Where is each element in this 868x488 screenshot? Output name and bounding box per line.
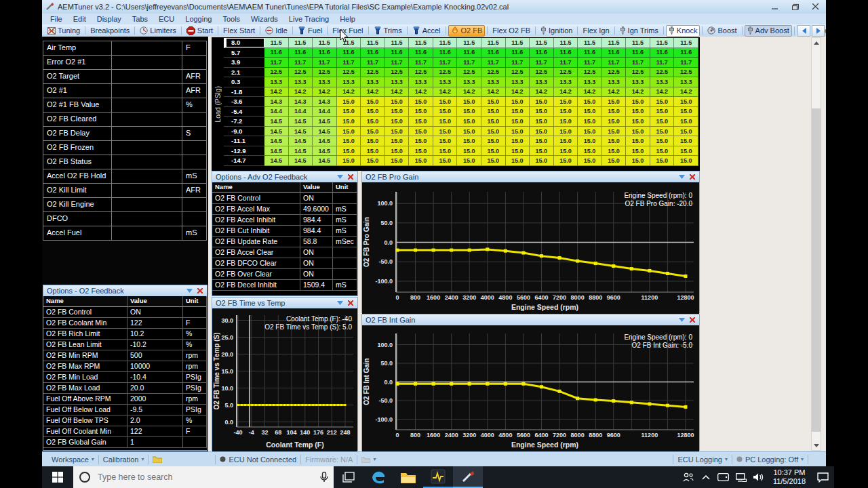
map-cell[interactable]: 11.5 [506, 38, 530, 48]
map-cell[interactable]: 15.0 [578, 156, 602, 166]
map-cell[interactable]: 15.0 [457, 156, 481, 166]
map-cell[interactable]: 12.5 [409, 68, 433, 78]
panel-header[interactable]: O2 FB Int Gain [362, 314, 699, 325]
map-cell[interactable]: 15.0 [409, 146, 433, 157]
map-cell[interactable]: 14.5 [313, 156, 337, 166]
map-row-header[interactable]: 5.7 [224, 48, 264, 58]
map-cell[interactable]: 12.5 [506, 68, 530, 78]
map-cell[interactable]: 13.3 [337, 77, 361, 87]
map-cell[interactable]: 13.3 [385, 77, 410, 87]
chevron-down-icon[interactable] [335, 301, 345, 305]
map-row-header[interactable]: -9.0 [224, 127, 264, 137]
menu-tabs[interactable]: Tabs [127, 15, 153, 23]
tab-ign-trims[interactable]: Ign Trims [617, 25, 661, 37]
map-cell[interactable]: 15.0 [554, 136, 578, 146]
map-cell[interactable]: 15.0 [409, 156, 433, 166]
map-cell[interactable]: 12.5 [602, 68, 627, 78]
option-value[interactable]: 10.2 [127, 329, 183, 340]
ecu-logging-dropdown[interactable]: ECU Logging▾ [677, 455, 727, 464]
map-cell[interactable]: 15.0 [530, 146, 554, 157]
map-cell[interactable]: 14.3 [289, 97, 313, 107]
map-cell[interactable]: 14.5 [313, 127, 337, 137]
map-cell[interactable]: 14.5 [264, 156, 289, 166]
map-cell[interactable]: 15.0 [674, 117, 698, 127]
map-cell[interactable]: 11.7 [409, 58, 433, 68]
map-cell[interactable]: 15.0 [530, 117, 554, 127]
vertical-scrollbar[interactable] [811, 37, 821, 451]
map-cell[interactable]: 15.0 [578, 117, 602, 127]
live-row-name[interactable]: O2 #1 [43, 83, 112, 98]
map-cell[interactable]: 14.2 [506, 87, 530, 98]
map-cell[interactable]: 14.2 [626, 87, 650, 98]
map-cell[interactable]: 15.0 [602, 107, 627, 117]
map-cell[interactable]: 15.0 [626, 127, 650, 137]
map-cell[interactable]: 11.5 [289, 38, 313, 48]
close-icon[interactable] [345, 300, 355, 306]
calibration-file-icon[interactable] [153, 455, 162, 463]
map-cell[interactable]: 15.0 [530, 97, 554, 107]
map-cell[interactable]: 15.0 [409, 127, 433, 137]
people-icon[interactable] [679, 466, 697, 488]
option-value[interactable]: 10000 [127, 361, 183, 372]
map-cell[interactable]: 11.6 [409, 48, 433, 58]
aem-logger-icon[interactable] [423, 466, 453, 488]
map-cell[interactable]: 11.7 [650, 58, 675, 68]
map-cell[interactable]: 11.7 [674, 58, 698, 68]
map-cell[interactable]: 15.0 [433, 97, 458, 107]
tab-boost[interactable]: Boost [705, 25, 739, 37]
map-cell[interactable]: 11.7 [554, 58, 578, 68]
map-cell[interactable]: 15.0 [506, 127, 530, 137]
map-cell[interactable]: 13.3 [264, 77, 289, 87]
map-cell[interactable]: 11.6 [361, 48, 385, 58]
option-value[interactable]: 984.4 [300, 215, 333, 226]
map-cell[interactable]: 12.5 [289, 68, 313, 78]
map-cell[interactable]: 11.5 [650, 38, 675, 48]
column-header-name[interactable]: Name [212, 182, 300, 193]
map-cell[interactable]: 11.5 [674, 38, 698, 48]
map-cell[interactable]: 14.5 [313, 146, 337, 157]
column-header-value[interactable]: Value [300, 182, 333, 193]
map-cell[interactable]: 15.0 [433, 156, 458, 166]
map-cell[interactable]: 15.0 [361, 146, 385, 157]
tab-ignition[interactable]: Ignition [538, 25, 575, 37]
map-cell[interactable]: 11.7 [361, 58, 385, 68]
map-cell[interactable]: 14.2 [433, 87, 458, 98]
task-view-button[interactable] [334, 466, 363, 488]
option-value[interactable]: 500 [127, 350, 183, 361]
microphone-icon[interactable] [320, 472, 328, 483]
scrollbar-thumb[interactable] [812, 108, 821, 432]
map-row-header[interactable]: -5.4 [224, 107, 264, 117]
map-cell[interactable]: 15.0 [674, 156, 698, 166]
map-cell[interactable]: 14.2 [602, 87, 627, 98]
option-value[interactable]: 984.4 [300, 226, 333, 237]
option-value[interactable]: -10.2 [127, 340, 183, 350]
map-cell[interactable]: 13.3 [433, 77, 458, 87]
option-value[interactable]: 58.8 [300, 237, 333, 247]
map-cell[interactable]: 15.0 [506, 107, 530, 117]
taskbar-search-box[interactable] [73, 466, 334, 488]
map-row-header[interactable]: -1.8 [224, 87, 264, 98]
map-cell[interactable]: 11.5 [602, 38, 627, 48]
map-cell[interactable]: 14.2 [650, 87, 675, 98]
map-cell[interactable]: 15.0 [409, 117, 433, 127]
aemtuner-app-icon[interactable] [453, 466, 483, 488]
map-cell[interactable]: 11.5 [578, 38, 602, 48]
map-cell[interactable]: 15.0 [602, 136, 627, 146]
map-cell[interactable]: 15.0 [674, 97, 698, 107]
map-cell[interactable]: 15.0 [626, 97, 650, 107]
map-cell[interactable]: 14.2 [385, 87, 410, 98]
map-cell[interactable]: 15.0 [650, 117, 675, 127]
map-cell[interactable]: 14.5 [289, 156, 313, 166]
map-cell[interactable]: 15.0 [337, 146, 361, 157]
map-cell[interactable]: 15.0 [361, 156, 385, 166]
map-cell[interactable]: 13.3 [409, 77, 433, 87]
map-cell[interactable]: 15.0 [433, 127, 458, 137]
tab-accel[interactable]: Accel [410, 25, 443, 37]
map-cell[interactable]: 15.0 [530, 127, 554, 137]
menu-display[interactable]: Display [92, 15, 127, 23]
map-cell[interactable]: 15.0 [433, 117, 458, 127]
map-cell[interactable]: 11.7 [457, 58, 481, 68]
search-input[interactable] [96, 472, 315, 483]
action-center-icon[interactable] [811, 466, 834, 488]
map-cell[interactable]: 11.6 [602, 48, 627, 58]
